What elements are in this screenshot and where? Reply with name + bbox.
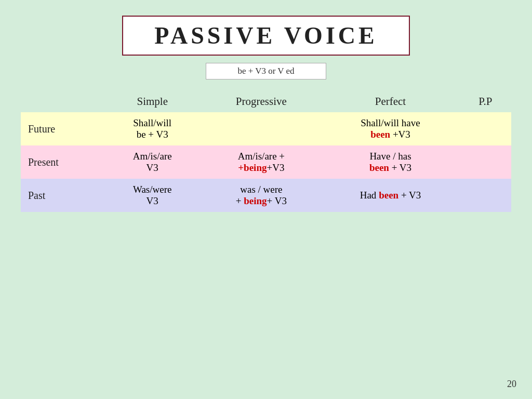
future-pp [460, 112, 511, 145]
past-prog-rest: + [236, 195, 244, 206]
present-label: Present [21, 145, 103, 179]
past-pp [460, 179, 511, 212]
present-perfect: Have / has been + V3 [321, 145, 459, 179]
past-perfect: Had been + V3 [321, 179, 459, 212]
header-col2: Progressive [201, 90, 321, 112]
header-col3: Perfect [321, 90, 459, 112]
formula-box: be + V3 or V ed [206, 63, 326, 79]
present-simple: Am/is/are V3 [103, 145, 201, 179]
header-col4: P.P [460, 90, 511, 112]
future-label: Future [21, 112, 103, 145]
past-progressive: was / were + being+ V3 [201, 179, 321, 212]
past-simple: Was/were V3 [103, 179, 201, 212]
header-col0 [21, 90, 103, 112]
future-simple: Shall/will be + V3 [103, 112, 201, 145]
formula-text: be + V3 or V ed [237, 66, 294, 76]
header-col1: Simple [103, 90, 201, 112]
present-pp [460, 145, 511, 179]
present-progressive: Am/is/are + +being+V3 [201, 145, 321, 179]
future-perfect: Shall/will have been +V3 [321, 112, 459, 145]
table-header-row: Simple Progressive Perfect P.P [21, 90, 511, 112]
past-row: Past Was/were V3 was / were + being+ V3 … [21, 179, 511, 212]
past-label: Past [21, 179, 103, 212]
title-box: PASSIVE VOICE [122, 16, 409, 56]
future-progressive [201, 112, 321, 145]
present-row: Present Am/is/are V3 Am/is/are + +being+… [21, 145, 511, 179]
page-title: PASSIVE VOICE [154, 22, 377, 49]
passive-voice-table: Simple Progressive Perfect P.P Future Sh… [21, 90, 511, 212]
future-row: Future Shall/will be + V3 Shall/will hav… [21, 112, 511, 145]
page-number: 20 [507, 379, 516, 390]
